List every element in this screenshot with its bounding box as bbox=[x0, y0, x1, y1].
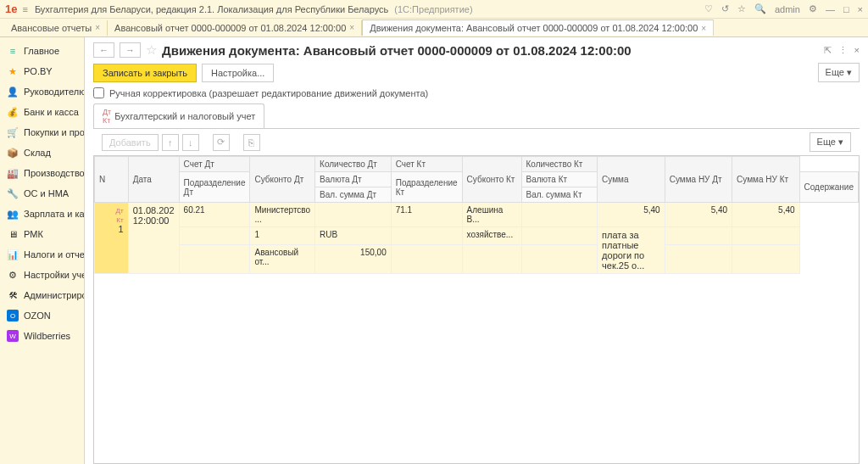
tabs-bar: Авансовые отчеты× Авансовый отчет 0000-0… bbox=[0, 19, 868, 37]
sidebar-item-admin[interactable]: 🛠Администрирование bbox=[0, 285, 84, 305]
col-cur-kt: Валюта Кт bbox=[521, 172, 598, 187]
move-down-button[interactable]: ↓ bbox=[182, 134, 199, 151]
content-area: ← → ☆ Движения документа: Авансовый отче… bbox=[85, 37, 868, 464]
col-content: Содержание bbox=[799, 172, 858, 203]
sidebar-item-settings[interactable]: ⚙Настройки учета bbox=[0, 265, 84, 285]
maximize-icon[interactable]: □ bbox=[843, 4, 849, 14]
tab-document[interactable]: Авансовый отчет 0000-000009 от 01.08.202… bbox=[108, 20, 362, 36]
titlebar: 1e ≡ Бухгалтерия для Беларуси, редакция … bbox=[0, 0, 868, 19]
data-grid[interactable]: N Дата Счет Дт Субконто Дт Количество Дт… bbox=[93, 155, 860, 464]
user-label[interactable]: admin bbox=[775, 4, 800, 14]
col-acc-kt: Счет Кт bbox=[391, 157, 462, 172]
col-acc-dt: Счет Дт bbox=[179, 157, 250, 172]
settings-icon[interactable]: ⚙ bbox=[809, 3, 817, 14]
tab-close-icon[interactable]: × bbox=[349, 23, 354, 32]
save-close-button[interactable]: Записать и закрыть bbox=[93, 64, 197, 82]
sidebar-item-assets[interactable]: 🔧ОС и НМА bbox=[0, 183, 84, 204]
col-qty-dt: Количество Дт bbox=[315, 157, 392, 172]
col-cur-amt-kt: Вал. сумма Кт bbox=[521, 187, 598, 203]
star-icon: ★ bbox=[7, 65, 19, 77]
grid-more-button[interactable]: Еще ▾ bbox=[810, 132, 851, 152]
page-title: Движения документа: Авансовый отчет 0000… bbox=[162, 43, 819, 58]
col-subdiv-dt: Подразделение Дт bbox=[179, 172, 250, 203]
tab-close-icon[interactable]: × bbox=[95, 23, 100, 32]
manual-edit-checkbox[interactable] bbox=[93, 87, 104, 98]
col-sub-kt: Субконто Кт bbox=[462, 157, 521, 203]
col-subdiv-kt: Подразделение Кт bbox=[391, 172, 462, 203]
sidebar-item-rmk[interactable]: 🖥РМК bbox=[0, 224, 84, 244]
export-button[interactable]: ⎘ bbox=[243, 134, 260, 151]
col-amt-nu-dt: Сумма НУ Дт bbox=[665, 157, 732, 203]
col-amount: Сумма bbox=[598, 157, 665, 203]
dtkt-icon: ДтКт bbox=[116, 207, 124, 224]
sidebar-item-poby[interactable]: ★PO.BY bbox=[0, 61, 84, 81]
sidebar-item-salary[interactable]: 👥Зарплата и кадры bbox=[0, 204, 84, 224]
dtkt-icon: ДтКт bbox=[103, 108, 111, 125]
sidebar: ≡Главное ★PO.BY 👤Руководителю 💰Банк и ка… bbox=[0, 37, 85, 464]
table-row[interactable]: ДтКт1 01.08.20212:00:00 60.21 Министертс… bbox=[95, 203, 859, 227]
col-qty-kt: Количество Кт bbox=[521, 157, 598, 172]
menu-dots-icon[interactable]: ⋮ bbox=[838, 45, 848, 56]
sidebar-item-bank[interactable]: 💰Банк и касса bbox=[0, 102, 84, 122]
settings-button[interactable]: Настройка... bbox=[202, 64, 274, 82]
refresh-button[interactable]: ⟳ bbox=[213, 134, 230, 151]
sidebar-item-taxes[interactable]: 📊Налоги и отчетность bbox=[0, 244, 84, 265]
history-icon[interactable]: ↺ bbox=[721, 3, 729, 14]
star-icon[interactable]: ☆ bbox=[737, 3, 746, 14]
sidebar-item-production[interactable]: 🏭Производство bbox=[0, 163, 84, 183]
sidebar-item-main[interactable]: ≡Главное bbox=[0, 41, 84, 61]
bank-icon: 💰 bbox=[7, 106, 19, 118]
minimize-icon[interactable]: — bbox=[826, 4, 835, 14]
box-icon: 📦 bbox=[7, 147, 19, 159]
gear-icon: ⚙ bbox=[7, 269, 19, 281]
sidebar-item-manager[interactable]: 👤Руководителю bbox=[0, 81, 84, 102]
tab-reports[interactable]: Авансовые отчеты× bbox=[4, 20, 108, 36]
close-icon[interactable]: × bbox=[858, 4, 863, 14]
home-icon: ≡ bbox=[7, 45, 19, 57]
register-icon: 🖥 bbox=[7, 228, 19, 240]
person-icon: 👤 bbox=[7, 86, 19, 98]
search-icon[interactable]: 🔍 bbox=[754, 3, 766, 14]
people-icon: 👥 bbox=[7, 208, 19, 220]
tab-close-icon[interactable]: × bbox=[701, 24, 706, 33]
bell-icon[interactable]: ♡ bbox=[704, 3, 713, 14]
factory-icon: 🏭 bbox=[7, 167, 19, 179]
sidebar-item-ozon[interactable]: OOZON bbox=[0, 305, 84, 326]
menu-icon[interactable]: ≡ bbox=[22, 4, 27, 14]
table-row[interactable]: 1 RUB хозяйстве... плата за платныедорог… bbox=[95, 227, 859, 245]
col-cur-dt: Валюта Дт bbox=[315, 172, 392, 187]
sidebar-item-stock[interactable]: 📦Склад bbox=[0, 143, 84, 163]
wrench-icon: 🔧 bbox=[7, 187, 19, 199]
table-row[interactable]: Авансовый от... 150,00 bbox=[95, 245, 859, 274]
sidebar-item-wb[interactable]: WWildberries bbox=[0, 326, 84, 346]
move-up-button[interactable]: ↑ bbox=[162, 134, 179, 151]
cart-icon: 🛒 bbox=[7, 126, 19, 138]
app-logo: 1e bbox=[5, 3, 17, 15]
tab-accounting[interactable]: ДтКт Бухгалтерский и налоговый учет bbox=[93, 103, 264, 128]
forward-button[interactable]: → bbox=[120, 42, 141, 58]
chart-icon: 📊 bbox=[7, 249, 19, 260]
ozon-icon: O bbox=[7, 310, 19, 321]
wb-icon: W bbox=[7, 330, 19, 342]
col-sub-dt: Субконто Дт bbox=[250, 157, 315, 203]
favorite-icon[interactable]: ☆ bbox=[146, 42, 157, 58]
tools-icon: 🛠 bbox=[7, 289, 19, 301]
app-title: Бухгалтерия для Беларуси, редакция 2.1. … bbox=[35, 4, 704, 14]
close-page-icon[interactable]: × bbox=[854, 45, 860, 56]
sidebar-item-sales[interactable]: 🛒Покупки и продажи bbox=[0, 122, 84, 143]
col-date: Дата bbox=[128, 157, 179, 203]
tab-movements[interactable]: Движения документа: Авансовый отчет 0000… bbox=[362, 20, 714, 36]
manual-edit-label: Ручная корректировка (разрешает редактир… bbox=[109, 88, 428, 98]
col-cur-amt-dt: Вал. сумма Дт bbox=[315, 187, 392, 203]
more-button[interactable]: Еще ▾ bbox=[818, 63, 860, 82]
col-n: N bbox=[95, 157, 129, 203]
col-amt-nu-kt: Сумма НУ Кт bbox=[732, 157, 799, 203]
link-icon[interactable]: ⇱ bbox=[824, 45, 832, 56]
add-button[interactable]: Добавить bbox=[102, 134, 159, 151]
back-button[interactable]: ← bbox=[93, 42, 114, 58]
